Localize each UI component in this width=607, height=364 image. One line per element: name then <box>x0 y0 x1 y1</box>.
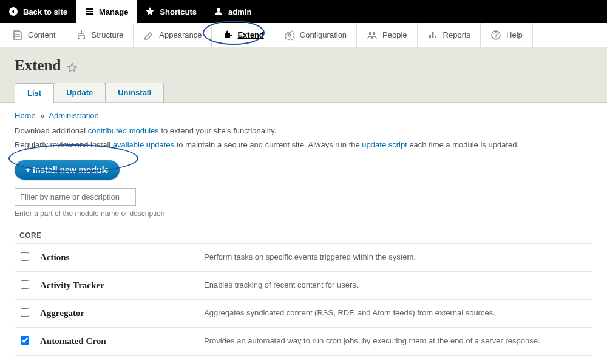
module-enable-checkbox[interactable] <box>21 336 29 345</box>
intro-para-2: Regularly review and install available u… <box>15 140 592 149</box>
svg-point-3 <box>288 34 291 36</box>
module-name: Aggregator <box>35 300 199 328</box>
adminmenu-item-structure[interactable]: Structure <box>66 23 134 47</box>
module-name: Actions <box>35 244 199 272</box>
adminmenu-item-content[interactable]: Content <box>2 23 66 47</box>
adminmenu-label: Appearance <box>159 30 202 39</box>
tab-update[interactable]: Update <box>53 83 106 102</box>
modules-table: ActionsPerform tasks on specific events … <box>15 243 592 364</box>
module-group-core: CORE <box>15 228 592 243</box>
adminmenu-item-people[interactable]: People <box>357 23 417 47</box>
extend-icon <box>222 30 232 41</box>
breadcrumb-home[interactable]: Home <box>15 111 36 120</box>
help-icon <box>490 30 501 41</box>
primary-tabs: ListUpdateUninstall <box>15 83 592 102</box>
module-row: Automated CronProvides an automated way … <box>15 328 592 356</box>
svg-point-1 <box>77 37 78 38</box>
link-update-script[interactable]: update script <box>362 140 407 149</box>
filter-help-text: Enter a part of the module name or descr… <box>15 209 592 218</box>
manage-label: Manage <box>99 7 128 16</box>
adminmenu-label: Help <box>506 30 523 39</box>
favorite-star-icon[interactable] <box>67 60 78 71</box>
adminmenu-label: Reports <box>443 30 471 39</box>
link-available-updates[interactable]: available updates <box>113 140 174 149</box>
module-row: Activity TrackerEnables tracking of rece… <box>15 272 592 300</box>
svg-point-4 <box>369 32 372 35</box>
back-to-site[interactable]: Back to site <box>0 0 76 23</box>
structure-icon <box>76 30 87 41</box>
adminmenu-label: Structure <box>92 30 124 39</box>
module-description: Enables tracking of recent content for u… <box>199 272 592 300</box>
module-description: Aggregates syndicated content (RSS, RDF,… <box>199 300 592 328</box>
module-description: Perform tasks on specific events trigger… <box>199 244 592 272</box>
filter-input[interactable] <box>15 188 136 206</box>
module-description: Provides an automated way to run cron jo… <box>199 328 592 356</box>
breadcrumb-sep: » <box>40 111 44 120</box>
adminmenu-item-extend[interactable]: Extend <box>212 23 274 47</box>
module-enable-checkbox[interactable] <box>21 308 29 317</box>
adminmenu-label: Configuration <box>300 30 347 39</box>
shortcuts[interactable]: Shortcuts <box>137 0 205 23</box>
adminmenu-item-help[interactable]: Help <box>481 23 533 47</box>
page-title-text: Extend <box>15 57 61 74</box>
module-description: Enables banning of IP addresses. <box>199 356 592 365</box>
adminmenu-item-configuration[interactable]: Configuration <box>274 23 357 47</box>
user-label: admin <box>228 7 251 16</box>
module-row: AggregatorAggregates syndicated content … <box>15 300 592 328</box>
configuration-icon <box>284 30 295 41</box>
user-icon <box>214 7 223 16</box>
link-contributed-modules[interactable]: contributed modules <box>88 126 159 135</box>
adminmenu-item-appearance[interactable]: Appearance <box>134 23 212 47</box>
manage-toggle[interactable]: Manage <box>76 0 137 23</box>
toolbar: Back to site Manage Shortcuts admin <box>0 0 607 23</box>
back-label: Back to site <box>23 7 67 16</box>
module-row: BanEnables banning of IP addresses. <box>15 356 592 365</box>
content-icon <box>12 30 23 41</box>
intro-para-1: Download additional contributed modules … <box>15 126 592 135</box>
module-enable-checkbox[interactable] <box>21 280 29 289</box>
shortcuts-label: Shortcuts <box>160 7 197 16</box>
adminmenu-item-reports[interactable]: Reports <box>418 23 481 47</box>
svg-point-0 <box>80 30 81 31</box>
module-name: Automated Cron <box>35 328 199 356</box>
breadcrumb: Home » Administration <box>15 111 592 120</box>
content-region: Home » Administration Download additiona… <box>0 103 607 364</box>
admin-menu: ContentStructureAppearanceExtendConfigur… <box>0 23 607 47</box>
svg-point-7 <box>495 37 497 38</box>
people-icon <box>367 30 378 41</box>
hamburger-icon <box>84 7 94 16</box>
adminmenu-label: People <box>382 30 407 39</box>
adminmenu-label: Content <box>28 30 56 39</box>
user-menu[interactable]: admin <box>205 0 260 23</box>
reports-icon <box>427 30 438 41</box>
breadcrumb-admin[interactable]: Administration <box>49 111 98 120</box>
install-new-module-button[interactable]: + Install new module <box>15 160 120 180</box>
svg-point-2 <box>83 37 84 38</box>
svg-point-5 <box>373 32 376 35</box>
module-row: ActionsPerform tasks on specific events … <box>15 244 592 272</box>
page-title: Extend <box>15 57 592 74</box>
adminmenu-label: Extend <box>237 30 263 39</box>
back-arrow-icon <box>8 7 18 16</box>
module-name: Activity Tracker <box>35 272 199 300</box>
tab-uninstall[interactable]: Uninstall <box>105 83 164 102</box>
star-icon <box>145 7 155 16</box>
module-name: Ban <box>35 356 199 365</box>
page-header: Extend ListUpdateUninstall <box>0 47 607 103</box>
module-enable-checkbox[interactable] <box>21 252 29 261</box>
appearance-icon <box>143 30 154 41</box>
tab-list[interactable]: List <box>15 83 54 103</box>
